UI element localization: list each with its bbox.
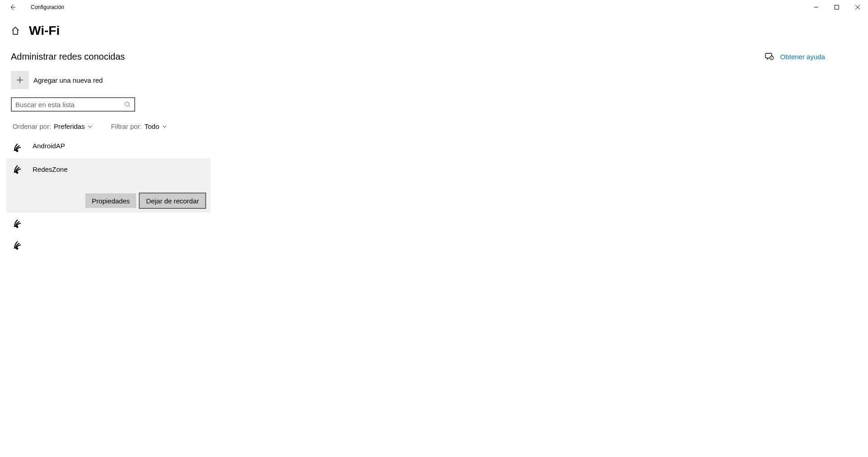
- page-header: Wi-Fi: [11, 24, 294, 38]
- wifi-icon: [14, 164, 26, 174]
- help-link[interactable]: Obtener ayuda: [780, 53, 825, 61]
- network-row: RedesZone: [14, 164, 68, 174]
- help-section: ? Obtener ayuda: [765, 52, 825, 61]
- sort-label: Ordenar por:: [13, 122, 51, 130]
- help-icon: ?: [765, 52, 774, 61]
- sort-dropdown[interactable]: Ordenar por: Preferidas: [13, 122, 93, 130]
- section-heading: Administrar redes conocidas: [11, 52, 294, 62]
- home-icon: [11, 26, 20, 35]
- network-item[interactable]: [6, 212, 211, 234]
- network-name: RedesZone: [33, 165, 68, 173]
- add-network-label: Agregar una nueva red: [33, 76, 103, 84]
- filter-label: Filtrar por:: [111, 122, 142, 130]
- svg-rect-2: [835, 5, 839, 9]
- network-actions: Propiedades Dejar de recordar: [85, 193, 206, 208]
- network-name: AndroidAP: [33, 142, 65, 150]
- titlebar: Configuración: [0, 0, 868, 14]
- titlebar-left: Configuración: [4, 0, 64, 14]
- chevron-down-icon: [87, 124, 93, 129]
- properties-button[interactable]: Propiedades: [85, 193, 136, 208]
- filters-row: Ordenar por: Preferidas Filtrar por: Tod…: [11, 122, 294, 130]
- forget-button[interactable]: Dejar de recordar: [140, 193, 205, 208]
- minimize-button[interactable]: [806, 0, 826, 14]
- add-icon-box: [11, 71, 29, 89]
- svg-point-9: [16, 150, 19, 152]
- svg-point-7: [125, 102, 129, 106]
- wifi-icon: [14, 240, 26, 250]
- app-title: Configuración: [31, 4, 64, 10]
- plus-icon: [16, 76, 24, 84]
- page-title: Wi-Fi: [29, 24, 60, 38]
- main-content: Wi-Fi Administrar redes conocidas Agrega…: [0, 24, 294, 256]
- wifi-icon: [14, 218, 26, 229]
- search-input[interactable]: [15, 101, 124, 108]
- maximize-icon: [835, 5, 839, 9]
- search-box[interactable]: [11, 97, 135, 112]
- chevron-down-icon: [162, 124, 167, 129]
- add-network-button[interactable]: Agregar una nueva red: [11, 71, 294, 89]
- svg-point-11: [16, 226, 19, 228]
- back-button[interactable]: [4, 0, 22, 14]
- minimize-icon: [814, 5, 818, 9]
- close-icon: [855, 5, 860, 9]
- svg-line-8: [129, 106, 131, 108]
- filter-value: Todo: [145, 122, 160, 130]
- sort-value: Preferidas: [54, 122, 85, 130]
- close-button[interactable]: [847, 0, 868, 14]
- search-icon: [124, 101, 131, 108]
- filter-dropdown[interactable]: Filtrar por: Todo: [111, 122, 167, 130]
- network-item[interactable]: [6, 234, 211, 256]
- network-list: AndroidAP RedesZone Propiedades Dejar de…: [6, 137, 294, 256]
- wifi-icon: [14, 142, 26, 153]
- network-item[interactable]: AndroidAP: [6, 137, 211, 158]
- maximize-button[interactable]: [826, 0, 847, 14]
- svg-point-10: [16, 172, 19, 174]
- network-item-selected[interactable]: RedesZone Propiedades Dejar de recordar: [6, 158, 211, 212]
- window-controls: [806, 0, 868, 14]
- home-button[interactable]: [11, 26, 20, 35]
- arrow-left-icon: [9, 4, 16, 11]
- svg-point-12: [16, 248, 19, 250]
